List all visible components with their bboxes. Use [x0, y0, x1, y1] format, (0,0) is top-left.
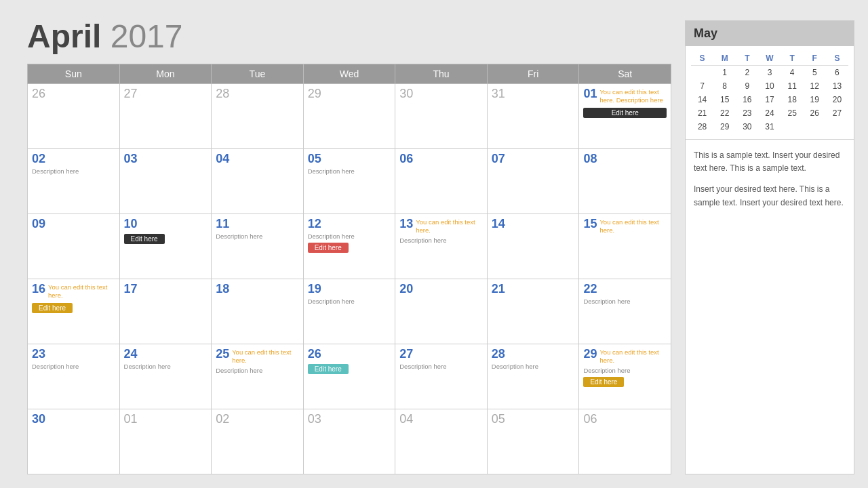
weekday-header-cell: Wed — [303, 64, 395, 84]
mini-day-cell: 22 — [713, 106, 736, 120]
day-number: 02 — [216, 412, 229, 426]
mini-day-cell: 30 — [736, 120, 758, 134]
calendar-cell: 03 — [303, 409, 395, 474]
day-number: 13 — [399, 217, 413, 231]
calendar-cell: 04 — [395, 409, 488, 474]
calendar-cell: 12Description hereEdit here — [303, 214, 395, 279]
day-number: 10 — [124, 217, 138, 231]
day-number: 12 — [308, 217, 321, 231]
day-description: Description here — [216, 232, 299, 240]
mini-cal-body: SMTWTFS 12345678910111213141516171819202… — [686, 46, 854, 139]
day-number: 05 — [492, 412, 505, 426]
mini-day-cell — [781, 120, 804, 134]
weekday-header-cell: Thu — [395, 64, 488, 84]
calendar-cell: 30 — [28, 409, 120, 474]
day-number: 23 — [32, 347, 45, 361]
day-description: Description here — [492, 363, 575, 370]
mini-day-cell — [691, 66, 713, 80]
mini-day-cell: 19 — [804, 93, 826, 106]
sidebar-text: This is a sample text. Insert your desir… — [685, 140, 854, 474]
day-number: 26 — [32, 87, 45, 101]
mini-day-cell: 10 — [758, 79, 781, 93]
calendar-cell: 21 — [487, 279, 579, 344]
calendar-cell: 11Description here — [212, 214, 304, 279]
mini-weekday-cell: M — [713, 52, 736, 66]
day-number: 06 — [583, 412, 597, 426]
day-number: 17 — [124, 282, 138, 296]
mini-day-cell: 29 — [713, 120, 736, 134]
weekday-header-cell: Tue — [212, 64, 304, 84]
calendar-cell: 09 — [28, 214, 120, 279]
calendar-cell: 30 — [395, 84, 488, 149]
day-number: 21 — [492, 282, 505, 296]
mini-day-cell: 3 — [758, 66, 781, 80]
mini-month-label: May — [686, 21, 854, 46]
calendar-cell: 14 — [487, 214, 579, 279]
day-number: 14 — [492, 217, 505, 231]
calendar-cell: 01You can edit this text here. Descripti… — [579, 84, 671, 149]
mini-weekday-cell: S — [826, 52, 848, 66]
calendar-cell: 28Description here — [487, 344, 579, 409]
mini-day-cell: 11 — [781, 79, 804, 93]
weekday-header-cell: Mon — [119, 64, 212, 84]
mini-day-cell: 13 — [826, 79, 848, 93]
calendar-cell: 05Description here — [303, 149, 395, 214]
calendar-cell: 08 — [579, 149, 671, 214]
mini-day-cell: 24 — [758, 106, 781, 120]
day-number: 11 — [216, 217, 229, 231]
calendar-cell: 20 — [395, 279, 488, 344]
calendar-cell: 19Description here — [303, 279, 395, 344]
day-number: 01 — [124, 412, 138, 426]
day-number: 30 — [399, 87, 413, 101]
day-number: 31 — [492, 87, 505, 101]
day-number: 03 — [124, 152, 138, 166]
year-label: 2017 — [111, 18, 183, 54]
mini-weekday-cell: W — [758, 52, 781, 66]
calendar-cell: 26Edit here — [303, 344, 395, 409]
calendar-cell: 02 — [212, 409, 304, 474]
mini-weekday-cell: T — [736, 52, 758, 66]
edit-button[interactable]: Edit here — [124, 234, 165, 244]
day-number: 26 — [308, 347, 321, 361]
day-description: Description here — [32, 363, 115, 370]
day-number: 03 — [308, 412, 321, 426]
mini-day-cell: 15 — [713, 93, 736, 106]
day-description: Description here — [308, 167, 391, 175]
mini-day-cell: 4 — [781, 66, 804, 80]
calendar-grid: SunMonTueWedThuFriSat 26272829303101You … — [27, 64, 671, 474]
day-number: 16 — [32, 282, 45, 296]
mini-day-cell: 17 — [758, 93, 781, 106]
mini-day-cell — [804, 120, 826, 134]
calendar-cell: 16You can edit this text here.Edit here — [28, 279, 120, 344]
calendar-cell: 25You can edit this text here.Descriptio… — [212, 344, 304, 409]
day-number: 29 — [308, 87, 321, 101]
calendar-cell: 26 — [28, 84, 120, 149]
calendar-cell: 27 — [119, 84, 212, 149]
edit-button[interactable]: Edit here — [583, 377, 624, 387]
day-number: 02 — [32, 152, 45, 166]
mini-day-cell: 2 — [736, 66, 758, 80]
day-number: 29 — [583, 347, 597, 361]
mini-calendar: May SMTWTFS 1234567891011121314151617181… — [685, 20, 854, 140]
mini-day-cell: 26 — [804, 106, 826, 120]
mini-day-cell: 6 — [826, 66, 848, 80]
calendar-cell: 05 — [487, 409, 579, 474]
mini-day-cell: 25 — [781, 106, 804, 120]
day-description: Description here — [399, 363, 483, 370]
mini-day-cell: 16 — [736, 93, 758, 106]
calendar-cell: 27Description here — [395, 344, 488, 409]
day-number: 09 — [32, 217, 45, 231]
mini-day-cell: 20 — [826, 93, 848, 106]
edit-button[interactable]: Edit here — [583, 108, 667, 118]
calendar-cell: 15You can edit this text here. — [579, 214, 671, 279]
edit-button[interactable]: Edit here — [32, 303, 73, 313]
edit-button[interactable]: Edit here — [308, 243, 349, 253]
calendar-cell: 07 — [487, 149, 579, 214]
editable-note: You can edit this text here. Description… — [599, 88, 667, 105]
mini-day-cell: 14 — [691, 93, 713, 106]
edit-button[interactable]: Edit here — [308, 364, 349, 374]
calendar-cell: 06 — [579, 409, 671, 474]
mini-weekday-cell: F — [804, 52, 826, 66]
calendar-cell: 13You can edit this text here.Descriptio… — [395, 214, 488, 279]
mini-day-cell: 12 — [804, 79, 826, 93]
